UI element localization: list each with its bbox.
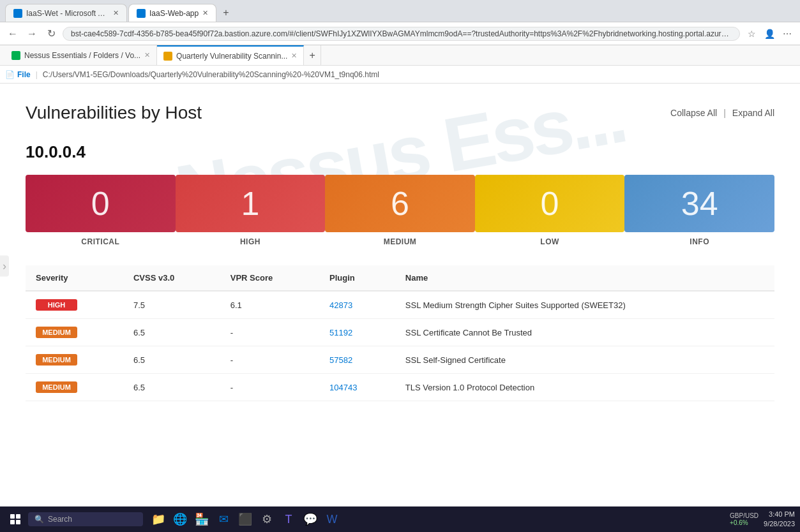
- back-button[interactable]: ←: [5, 26, 20, 41]
- plugin-cell-1[interactable]: 51192: [319, 319, 395, 346]
- score-card-critical: 0 CRITICAL: [26, 175, 176, 246]
- score-card-medium: 6 MEDIUM: [325, 175, 475, 246]
- score-value-low: 0: [541, 184, 559, 223]
- plugin-cell-0[interactable]: 42873: [319, 291, 395, 319]
- score-card-box-medium: 6: [325, 175, 475, 232]
- file-tab-bar: Nessus Essentials / Folders / Vo... ✕ Qu…: [0, 45, 800, 66]
- collapse-all-button[interactable]: Collapse All: [670, 108, 717, 118]
- cvss-cell-0: 7.5: [123, 291, 220, 319]
- browser-tab-new[interactable]: +: [218, 4, 234, 22]
- file-tab-close-2[interactable]: ✕: [291, 52, 297, 60]
- tab-bar: IaaS-Wet - Microsoft Azure ✕ IaaS-Web-ap…: [0, 0, 800, 22]
- main-content: Nessus Ess... Vulnerabilities by Host Co…: [0, 84, 800, 466]
- scroll-left-arrow[interactable]: ›: [0, 256, 9, 277]
- header-actions: Collapse All | Expand All: [670, 108, 774, 118]
- score-value-info: 34: [681, 184, 718, 223]
- host-ip: 10.0.0.4: [26, 142, 774, 162]
- table-row: MEDIUM6.5-57582SSL Self-Signed Certifica…: [26, 346, 774, 374]
- bookmark-button[interactable]: ☆: [744, 26, 759, 41]
- vpr-cell-2: -: [220, 346, 319, 374]
- score-card-low: 0 LOW: [475, 175, 625, 246]
- col-header-cvss: CVSS v3.0: [123, 265, 220, 291]
- page-header: Vulnerabilities by Host Collapse All | E…: [26, 103, 774, 123]
- page-title: Vulnerabilities by Host: [26, 103, 202, 123]
- tab-label-1: IaaS-Wet - Microsoft Azure: [26, 9, 109, 18]
- score-value-critical: 0: [91, 184, 110, 223]
- score-card-box-critical: 0: [26, 175, 176, 232]
- file-tab-quarterly[interactable]: Quarterly Vulnerability Scannin... ✕: [157, 45, 304, 65]
- profile-button[interactable]: 👤: [762, 26, 777, 41]
- tab-favicon-1: [13, 9, 22, 18]
- plugin-link-3[interactable]: 104743: [329, 383, 357, 392]
- severity-cell-2: MEDIUM: [26, 346, 123, 374]
- path-bar-path: C:/Users/VM1-5EG/Downloads/Quarterly%20V…: [43, 70, 379, 79]
- score-card-box-low: 0: [475, 175, 625, 232]
- score-card-info: 34 INFO: [624, 175, 774, 246]
- severity-cell-0: HIGH: [26, 291, 123, 319]
- name-cell-1: SSL Certificate Cannot Be Trusted: [395, 319, 774, 346]
- path-bar-separator: |: [36, 70, 38, 79]
- score-label-high: HIGH: [240, 237, 260, 246]
- table-header-row: Severity CVSS v3.0 VPR Score Plugin Name: [26, 265, 774, 291]
- file-icon: 📄: [5, 70, 15, 79]
- score-card-high: 1 HIGH: [176, 175, 326, 246]
- url-input[interactable]: bst-cae4c589-7cdf-4356-b785-bea45f90f72a…: [63, 27, 740, 41]
- table-row: MEDIUM6.5-51192SSL Certificate Cannot Be…: [26, 319, 774, 346]
- score-card-box-high: 1: [176, 175, 326, 232]
- browser-tab-1[interactable]: IaaS-Wet - Microsoft Azure ✕: [5, 4, 127, 22]
- score-label-critical: CRITICAL: [81, 237, 119, 246]
- content-wrapper: Vulnerabilities by Host Collapse All | E…: [26, 103, 774, 401]
- name-cell-3: TLS Version 1.0 Protocol Detection: [395, 374, 774, 401]
- plugin-link-1[interactable]: 51192: [329, 328, 352, 337]
- score-value-medium: 6: [391, 184, 409, 223]
- plugin-link-2[interactable]: 57582: [329, 355, 352, 365]
- score-label-medium: MEDIUM: [384, 237, 417, 246]
- score-label-info: INFO: [690, 237, 709, 246]
- address-bar: ← → ↻ bst-cae4c589-7cdf-4356-b785-bea45f…: [0, 22, 800, 45]
- cvss-cell-1: 6.5: [123, 319, 220, 346]
- cvss-cell-3: 6.5: [123, 374, 220, 401]
- browser-actions: ☆ 👤 ⋯: [744, 26, 795, 41]
- forward-button[interactable]: →: [24, 26, 40, 41]
- vpr-cell-3: -: [220, 374, 319, 401]
- file-tab-new[interactable]: +: [304, 45, 321, 65]
- name-cell-2: SSL Self-Signed Certificate: [395, 346, 774, 374]
- tab-close-2[interactable]: ✕: [202, 9, 208, 17]
- file-tab-nessus[interactable]: Nessus Essentials / Folders / Vo... ✕: [5, 45, 157, 65]
- vulnerability-table: Severity CVSS v3.0 VPR Score Plugin Name…: [26, 265, 774, 401]
- tab-close-1[interactable]: ✕: [113, 9, 119, 17]
- file-tab-label-nessus: Nessus Essentials / Folders / Vo...: [24, 51, 140, 60]
- path-bar-prefix: File: [17, 70, 31, 79]
- score-card-box-info: 34: [624, 175, 774, 232]
- col-header-severity: Severity: [26, 265, 123, 291]
- plugin-cell-3[interactable]: 104743: [319, 374, 395, 401]
- col-header-name: Name: [395, 265, 774, 291]
- table-row: MEDIUM6.5-104743TLS Version 1.0 Protocol…: [26, 374, 774, 401]
- reload-button[interactable]: ↻: [43, 26, 59, 41]
- host-section: 10.0.0.4 0 CRITICAL 1 HIGH 6: [26, 142, 774, 401]
- browser-tab-2[interactable]: IaaS-Web-app ✕: [128, 4, 216, 22]
- col-header-vpr: VPR Score: [220, 265, 319, 291]
- settings-button[interactable]: ⋯: [780, 26, 795, 41]
- vpr-cell-0: 6.1: [220, 291, 319, 319]
- table-row: HIGH7.56.142873SSL Medium Strength Ciphe…: [26, 291, 774, 319]
- file-tab-label-quarterly: Quarterly Vulnerability Scannin...: [176, 52, 287, 61]
- tab-label-2: IaaS-Web-app: [149, 9, 199, 18]
- name-cell-0: SSL Medium Strength Cipher Suites Suppor…: [395, 291, 774, 319]
- severity-cell-3: MEDIUM: [26, 374, 123, 401]
- new-file-tab-icon: +: [309, 50, 315, 61]
- file-tab-icon-nessus: [11, 51, 20, 60]
- severity-badge-0: HIGH: [36, 299, 77, 311]
- new-tab-icon: +: [223, 7, 229, 18]
- score-label-low: LOW: [540, 237, 559, 246]
- severity-badge-2: MEDIUM: [36, 354, 77, 366]
- vpr-cell-1: -: [220, 319, 319, 346]
- plugin-cell-2[interactable]: 57582: [319, 346, 395, 374]
- tab-favicon-2: [137, 9, 146, 18]
- severity-cell-1: MEDIUM: [26, 319, 123, 346]
- plugin-link-0[interactable]: 42873: [329, 300, 352, 310]
- browser-chrome: IaaS-Wet - Microsoft Azure ✕ IaaS-Web-ap…: [0, 0, 800, 45]
- expand-all-button[interactable]: Expand All: [732, 108, 774, 118]
- severity-badge-1: MEDIUM: [36, 327, 77, 338]
- file-tab-close-1[interactable]: ✕: [144, 51, 150, 59]
